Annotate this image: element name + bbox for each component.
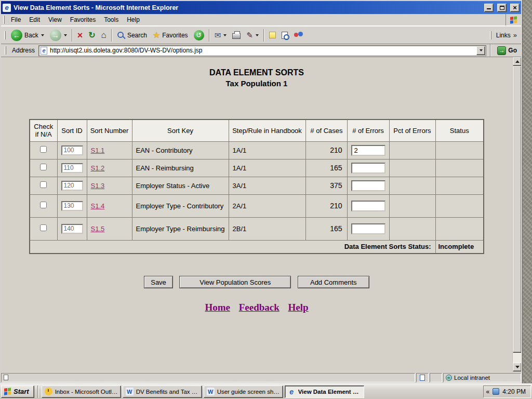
go-button[interactable]: Go (495, 46, 520, 55)
errors-input[interactable] (351, 163, 385, 174)
print-button[interactable] (230, 30, 243, 41)
sort-id-input[interactable] (61, 181, 83, 191)
menu-tools[interactable]: Tools (100, 14, 123, 25)
status-message-panel (1, 373, 415, 382)
help-link[interactable]: Help (288, 302, 309, 313)
taskbar-task-ie-active[interactable]: View Data Element So... (285, 385, 364, 398)
refresh-button[interactable] (86, 30, 98, 41)
ie-throbber-logo (506, 14, 521, 25)
menu-help[interactable]: Help (123, 14, 144, 25)
na-checkbox[interactable] (40, 164, 47, 170)
sort-id-cell (57, 141, 87, 159)
maximize-icon (500, 6, 504, 10)
close-button[interactable] (510, 4, 520, 12)
menu-grab-handle[interactable] (3, 16, 5, 24)
toolbar-separator (72, 29, 73, 42)
sort-number-link[interactable]: S1.3 (91, 182, 105, 190)
task-label: DV Benefits and Tax Han... (136, 389, 199, 395)
history-button[interactable] (191, 29, 207, 42)
chevron-down-icon (480, 49, 483, 51)
menu-favorites[interactable]: Favorites (66, 14, 100, 25)
sort-number-link[interactable]: S1.4 (91, 202, 105, 210)
sort-id-input[interactable] (61, 224, 83, 234)
na-cell (30, 159, 57, 177)
pct-errors-cell (389, 177, 435, 194)
back-dropdown-icon (41, 34, 44, 36)
stop-button[interactable] (75, 29, 86, 42)
print-icon (232, 33, 241, 39)
favorites-button[interactable]: Favorites (150, 30, 191, 41)
sort-key-cell: Employer Status - Active (132, 177, 229, 194)
errors-input[interactable] (351, 145, 385, 156)
favorites-label: Favorites (162, 32, 188, 39)
taskbar-clock[interactable]: 4:20 PM (502, 388, 526, 395)
vertical-scrollbar[interactable] (512, 57, 521, 371)
taskbar-task-outlook[interactable]: Inbox - Microsoft Outlook (42, 385, 121, 398)
edit-button[interactable] (244, 30, 261, 41)
save-button[interactable]: Save (144, 276, 173, 288)
na-checkbox[interactable] (40, 202, 47, 208)
errors-input[interactable] (351, 201, 385, 211)
forward-dropdown-icon (64, 34, 67, 36)
menu-edit[interactable]: Edit (25, 14, 44, 25)
address-bar: Address e http://uisqt2.uis.doleta.gov:8… (1, 44, 521, 57)
table-row: S1.3 Employer Status - Active 3A/1 375 (30, 177, 484, 194)
address-grab-handle[interactable] (5, 46, 6, 55)
toolbar-grab-handle[interactable] (4, 31, 6, 39)
sort-number-link[interactable]: S1.5 (91, 225, 105, 233)
errors-cell (347, 217, 389, 240)
word-icon (207, 388, 215, 395)
menu-view[interactable]: View (44, 14, 66, 25)
windows-flag-icon (4, 388, 11, 395)
sort-number-link[interactable]: S1.2 (91, 164, 105, 172)
na-checkbox[interactable] (40, 146, 47, 153)
na-checkbox[interactable] (40, 224, 47, 231)
links-grab-handle[interactable] (490, 31, 491, 39)
start-button[interactable]: Start (1, 385, 34, 398)
sort-key-cell: EAN - Contributory (132, 141, 229, 159)
stop-icon (77, 31, 83, 40)
back-button[interactable]: Back (8, 28, 47, 43)
address-dropdown-button[interactable] (476, 46, 485, 55)
mail-button[interactable] (212, 30, 230, 41)
feedback-link[interactable]: Feedback (239, 302, 280, 313)
back-label: Back (24, 32, 38, 39)
tray-chevron-button[interactable] (486, 388, 490, 395)
sort-number-link[interactable]: S1.1 (91, 147, 105, 154)
na-checkbox[interactable] (40, 181, 47, 188)
status-small-panel (430, 373, 442, 382)
sort-number-cell: S1.4 (87, 194, 132, 217)
address-input[interactable]: e http://uisqt2.uis.doleta.gov:8080/DV-W… (38, 45, 486, 56)
discuss-button[interactable] (267, 30, 278, 40)
sort-id-input[interactable] (61, 201, 83, 211)
sort-id-input[interactable] (61, 163, 83, 173)
go-arrow-icon (497, 46, 506, 55)
maximize-button[interactable] (497, 4, 507, 12)
sort-number-cell: S1.1 (87, 141, 132, 159)
taskbar-task-word-1[interactable]: DV Benefits and Tax Han... (123, 385, 202, 398)
home-icon (101, 31, 107, 39)
menu-bar: File Edit View Favorites Tools Help (1, 14, 521, 26)
search-button[interactable]: Search (114, 30, 150, 41)
errors-input[interactable] (351, 180, 385, 191)
home-button[interactable] (99, 29, 109, 41)
sort-id-input[interactable] (61, 145, 83, 155)
home-link[interactable]: Home (205, 302, 230, 313)
messenger-button[interactable] (291, 30, 306, 41)
errors-input[interactable] (351, 223, 385, 234)
scroll-down-button[interactable] (513, 363, 521, 371)
sort-number-cell: S1.2 (87, 159, 132, 177)
sort-number-cell: S1.3 (87, 177, 132, 194)
minimize-button[interactable] (484, 4, 494, 12)
col-header-check-na: Check if N/A (30, 119, 57, 141)
taskbar-task-word-2[interactable]: User guide screen shots ... (204, 385, 283, 398)
links-bar[interactable]: Links (485, 31, 520, 39)
scrollbar-thumb[interactable] (513, 66, 521, 353)
menu-file[interactable]: File (7, 14, 25, 25)
add-comments-button[interactable]: Add Comments (298, 276, 369, 288)
research-button[interactable] (279, 30, 290, 41)
links-label: Links (496, 32, 511, 39)
forward-button[interactable] (47, 28, 70, 43)
view-population-scores-button[interactable]: View Population Scores (179, 276, 291, 288)
scroll-up-button[interactable] (513, 57, 521, 66)
